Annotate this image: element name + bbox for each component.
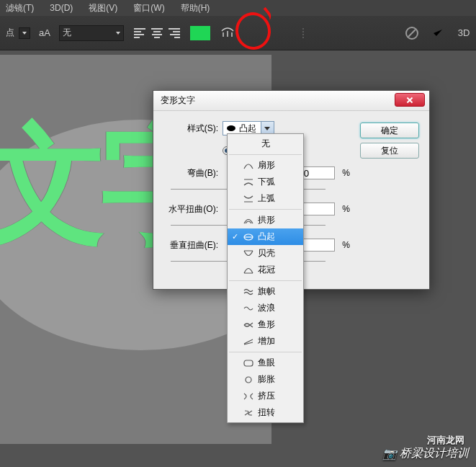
dd-none[interactable]: 无 xyxy=(228,135,303,152)
svg-point-5 xyxy=(246,377,251,383)
arc-lower-icon xyxy=(243,178,253,187)
anchor-label: 点 xyxy=(6,27,14,39)
flag-icon xyxy=(243,288,253,296)
toolbar-grip xyxy=(301,16,305,50)
ok-button[interactable]: 确定 xyxy=(360,123,419,138)
vdist-label: 垂直扭曲(E): xyxy=(163,239,218,252)
commit-icon[interactable] xyxy=(431,27,444,40)
hdist-label: 水平扭曲(O): xyxy=(163,203,218,215)
antialias-combo[interactable]: 无 xyxy=(59,25,124,41)
align-left-button[interactable] xyxy=(133,27,147,40)
align-right-button[interactable] xyxy=(167,27,181,40)
squeeze-icon xyxy=(243,392,253,401)
svg-rect-4 xyxy=(244,360,253,366)
text-color-swatch[interactable] xyxy=(190,26,210,40)
bend-label: 弯曲(B): xyxy=(163,167,218,179)
shell-upper-icon xyxy=(243,266,253,275)
dd-arc[interactable]: 扇形 xyxy=(228,157,303,174)
dd-fish[interactable]: 鱼形 xyxy=(228,316,303,333)
menu-help[interactable]: 帮助(H) xyxy=(181,2,210,14)
arc-icon xyxy=(243,161,253,170)
shell-lower-icon xyxy=(243,249,253,258)
dd-arch[interactable]: 拱形 xyxy=(228,212,303,228)
arch-icon xyxy=(243,216,253,225)
separator xyxy=(229,209,302,210)
fisheye-icon xyxy=(243,359,253,368)
dd-flag[interactable]: 旗帜 xyxy=(228,283,303,300)
style-value: 凸起 xyxy=(239,123,256,135)
pct-1: % xyxy=(342,168,350,178)
watermark-top: 河南龙网 xyxy=(427,434,464,447)
menu-3d[interactable]: 3D(D) xyxy=(50,3,73,13)
pct-3: % xyxy=(342,240,350,250)
fish-icon xyxy=(243,321,253,329)
close-button[interactable] xyxy=(395,93,425,107)
dd-arc-upper[interactable]: 上弧 xyxy=(228,190,303,207)
antialias-icon: aA xyxy=(39,27,50,38)
dialog-title: 变形文字 xyxy=(161,94,195,107)
menu-window[interactable]: 窗口(W) xyxy=(133,2,164,14)
menu-filter[interactable]: 滤镜(T) xyxy=(6,2,34,14)
dialog-titlebar[interactable]: 变形文字 xyxy=(153,91,429,111)
align-center-button[interactable] xyxy=(150,27,164,40)
pct-2: % xyxy=(342,204,350,214)
warp-text-button[interactable] xyxy=(219,25,236,42)
reset-button[interactable]: 复位 xyxy=(360,143,419,159)
dd-wave[interactable]: 波浪 xyxy=(228,300,303,316)
dd-bulge[interactable]: 凸起 xyxy=(228,228,303,245)
inflate-icon xyxy=(243,375,253,384)
svg-point-0 xyxy=(227,125,235,131)
rise-icon xyxy=(243,337,253,346)
dd-shell-lower[interactable]: 贝壳 xyxy=(228,245,303,262)
dd-twist[interactable]: 扭转 xyxy=(228,404,303,421)
menu-view[interactable]: 视图(V) xyxy=(89,2,117,14)
twist-icon xyxy=(243,409,253,417)
style-dropdown-list: 无 扇形 下弧 上弧 拱形 凸起 贝壳 花冠 旗帜 波浪 鱼形 增加 鱼眼 膨胀… xyxy=(227,133,304,423)
watermark-bottom: 📷 桥梁设计培训 xyxy=(382,446,469,461)
alignment-group xyxy=(133,27,181,40)
menubar: 滤镜(T) 3D(D) 视图(V) 窗口(W) 帮助(H) xyxy=(0,0,476,16)
wave-icon xyxy=(243,304,253,313)
dd-shell-upper[interactable]: 花冠 xyxy=(228,262,303,278)
3d-button[interactable]: 3D xyxy=(457,27,470,40)
options-toolbar: 点 aA 无 3D xyxy=(0,16,476,50)
chevron-down-icon xyxy=(264,127,270,130)
dd-squeeze[interactable]: 挤压 xyxy=(228,388,303,404)
separator xyxy=(229,154,302,155)
separator xyxy=(229,352,302,352)
bulge-icon xyxy=(226,124,236,133)
dd-fisheye[interactable]: 鱼眼 xyxy=(228,355,303,371)
style-label: 样式(S): xyxy=(163,123,218,135)
dd-inflate[interactable]: 膨胀 xyxy=(228,371,303,388)
bulge-icon xyxy=(243,233,253,241)
dd-arc-lower[interactable]: 下弧 xyxy=(228,174,303,190)
anchor-dropdown[interactable] xyxy=(19,27,30,39)
cancel-icon[interactable] xyxy=(405,27,418,40)
arc-upper-icon xyxy=(243,195,253,203)
separator xyxy=(229,280,302,281)
dd-rise[interactable]: 增加 xyxy=(228,333,303,350)
